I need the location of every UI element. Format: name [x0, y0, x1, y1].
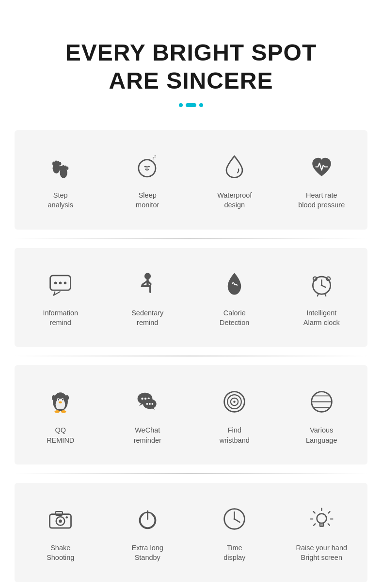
svg-line-73	[328, 524, 329, 526]
feature-info-remind: Informationremind	[19, 263, 102, 333]
sedentary-label: Sedentaryremind	[131, 308, 163, 328]
shake-label: ShakeShooting	[47, 543, 74, 563]
svg-point-37	[61, 410, 66, 413]
dot-2	[199, 103, 203, 107]
svg-point-24	[321, 285, 322, 286]
grid-4: ShakeShooting Extra longStandby	[19, 497, 363, 568]
heart-rate-label: Heart rateblood pressure	[298, 190, 345, 210]
grid-2: Informationremind Sedentar	[19, 263, 363, 333]
wechat-label: WeChatreminder	[134, 425, 161, 445]
decorative-dots	[10, 103, 372, 107]
find-icon	[218, 385, 252, 418]
dot-1	[179, 103, 183, 107]
svg-point-4	[59, 162, 62, 165]
sleep-icon: Z Z Z	[130, 150, 164, 184]
feature-standby: Extra longStandby	[107, 497, 189, 568]
svg-point-57	[59, 520, 62, 523]
wechat-icon	[130, 385, 164, 418]
svg-point-31	[58, 399, 59, 400]
section-1: Stepanalysis Z Z Z Sleepmonit	[15, 130, 367, 230]
info-remind-label: Informationremind	[43, 308, 78, 328]
svg-point-34	[52, 395, 56, 401]
svg-point-45	[151, 403, 153, 405]
chat-icon	[44, 267, 78, 301]
feature-alarm: IntelligentAlarm clock	[281, 263, 363, 333]
feature-wechat: WeChatreminder	[107, 380, 189, 450]
language-label: VariousLanguage	[306, 425, 337, 445]
qq-label: QQREMIND	[47, 425, 74, 445]
divider-1	[15, 238, 367, 239]
power-icon	[130, 502, 164, 536]
feature-heart-rate: Heart rateblood pressure	[281, 145, 363, 215]
clock-icon	[218, 502, 252, 536]
heart-rate-icon	[304, 150, 338, 184]
camera-icon	[44, 502, 78, 536]
feature-shake: ShakeShooting	[19, 497, 102, 568]
sedentary-icon	[130, 267, 164, 301]
calorie-icon	[218, 267, 252, 301]
calorie-label: CalorieDetection	[220, 308, 249, 328]
svg-line-74	[314, 524, 315, 526]
feature-sleep-monitor: Z Z Z Sleepmonitor	[107, 145, 189, 215]
grid-1: Stepanalysis Z Z Z Sleepmonit	[19, 145, 363, 215]
step-analysis-label: Stepanalysis	[48, 190, 73, 210]
header: EVERY BRIGHT SPOT ARE SINCERE	[0, 0, 382, 122]
alarm-icon	[304, 267, 338, 301]
feature-find: Findwristband	[193, 380, 276, 450]
raise-label: Raise your handBright screen	[296, 543, 347, 563]
feature-step-analysis: Stepanalysis	[19, 145, 102, 215]
svg-point-49	[234, 401, 236, 402]
waterproof-label: Waterproofdesign	[217, 190, 252, 210]
feature-waterproof: Waterproofdesign	[193, 145, 276, 215]
svg-point-35	[65, 395, 69, 401]
dot-dash	[186, 103, 196, 107]
divider-2	[15, 356, 367, 356]
svg-line-26	[325, 294, 326, 296]
svg-point-36	[55, 410, 60, 413]
svg-point-32	[62, 399, 64, 400]
svg-point-33	[59, 401, 62, 403]
sleep-monitor-label: Sleepmonitor	[136, 190, 159, 210]
raise-icon	[304, 502, 338, 536]
time-label: Timedisplay	[223, 543, 245, 563]
find-label: Findwristband	[220, 425, 250, 445]
svg-point-40	[144, 398, 146, 400]
svg-point-43	[146, 403, 148, 405]
svg-point-9	[66, 166, 69, 170]
svg-line-25	[317, 294, 318, 296]
section-4: ShakeShooting Extra longStandby	[15, 483, 367, 582]
qq-icon	[44, 385, 78, 418]
svg-point-64	[234, 518, 236, 520]
feature-qq: QQREMIND	[19, 380, 102, 450]
svg-point-44	[149, 403, 151, 405]
alarm-label: IntelligentAlarm clock	[303, 308, 340, 328]
feet-icon	[44, 150, 78, 184]
svg-point-15	[54, 282, 57, 285]
svg-line-69	[328, 512, 330, 513]
language-icon	[304, 385, 338, 418]
svg-point-65	[317, 514, 326, 524]
feature-language: VariousLanguage	[281, 380, 363, 450]
standby-label: Extra longStandby	[132, 543, 163, 563]
feature-calorie: CalorieDetection	[193, 263, 276, 333]
svg-point-58	[66, 516, 68, 518]
divider-3	[15, 473, 367, 474]
headline: EVERY BRIGHT SPOT ARE SINCERE	[10, 39, 372, 94]
feature-raise: Raise your handBright screen	[281, 497, 363, 568]
feature-sedentary: Sedentaryremind	[107, 263, 189, 333]
svg-point-16	[59, 282, 62, 285]
svg-line-71	[313, 512, 315, 513]
svg-point-17	[64, 282, 67, 285]
svg-point-28	[56, 399, 65, 410]
feature-time: Timedisplay	[193, 497, 276, 568]
grid-3: QQREMIND WeChatreminder	[19, 380, 363, 450]
svg-point-39	[141, 398, 143, 400]
section-2: Informationremind Sedentar	[15, 248, 367, 347]
water-icon	[218, 150, 252, 184]
section-3: QQREMIND WeChatreminder	[15, 365, 367, 464]
svg-text:Z: Z	[154, 155, 156, 157]
